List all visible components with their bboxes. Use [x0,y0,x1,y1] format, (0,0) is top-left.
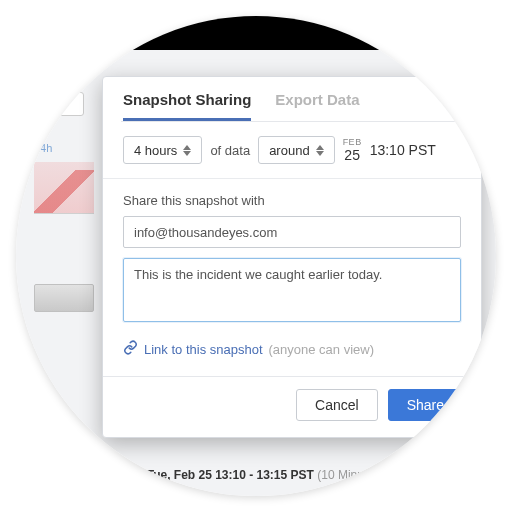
modal-tabs: Snapshot Sharing Export Data [103,77,481,121]
timeline-thumb [34,284,94,312]
stepper-icon [183,145,195,156]
window-titlebar [16,16,496,50]
data-range-footer: ta from Tue, Feb 25 13:10 - 13:15 PST (1… [106,468,408,482]
stepper-icon [316,145,328,156]
section-divider [103,178,481,179]
window-zoom-icon[interactable] [468,27,480,39]
duration-select[interactable]: 4 hours [123,136,202,164]
window-close-icon[interactable] [428,27,440,39]
share-message-input[interactable]: This is the incident we caught earlier t… [123,258,461,322]
link-icon [123,340,138,358]
link-visibility-hint: (anyone can view) [269,342,375,357]
tab-export-data[interactable]: Export Data [275,91,359,121]
date-cell: FEB 25 [343,138,362,162]
share-link-row: Link to this snapshot (anyone can view) [123,340,461,358]
of-data-text: of data [210,143,250,158]
time-selection-row: 4 hours of data around FEB 25 13:10 PST [123,136,461,164]
share-button[interactable]: Share [388,389,463,421]
metric-select[interactable]: Loss [34,92,84,116]
tab-divider [121,121,463,122]
link-to-snapshot[interactable]: Link to this snapshot [144,342,263,357]
close-icon[interactable]: × [458,87,469,105]
share-with-label: Share this snapshot with [123,193,461,208]
snapshot-sharing-modal: × Snapshot Sharing Export Data 4 hours o… [102,76,482,438]
tab-snapshot-sharing[interactable]: Snapshot Sharing [123,91,251,121]
cancel-button[interactable]: Cancel [296,389,378,421]
share-email-input[interactable] [123,216,461,248]
time-text: 13:10 PST [370,142,436,158]
window-minimize-icon[interactable] [448,27,460,39]
position-select[interactable]: around [258,136,334,164]
sparkline-chart [34,162,94,214]
modal-footer: Cancel Share [103,376,481,437]
